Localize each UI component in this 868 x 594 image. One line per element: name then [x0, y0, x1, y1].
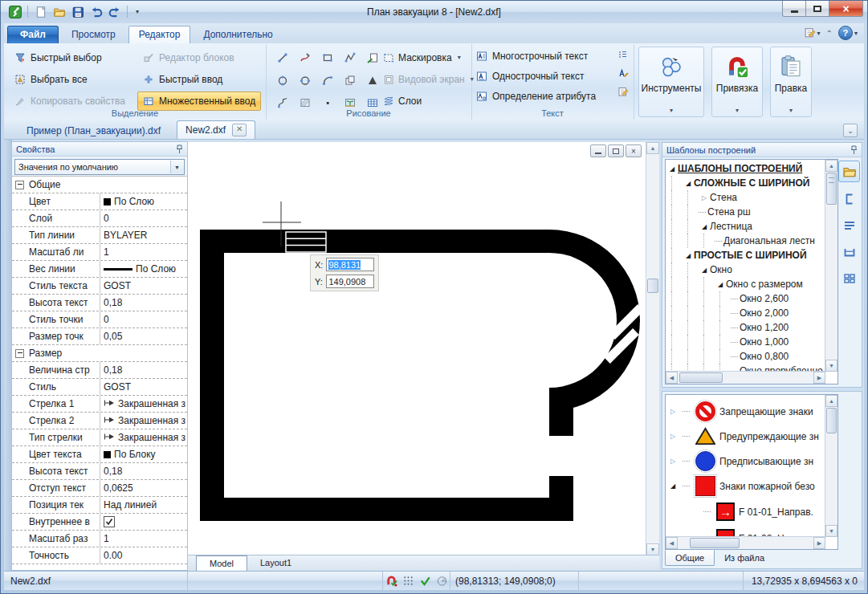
- mdi-restore-button[interactable]: [608, 144, 624, 157]
- ribbon-button-Быстрый выбор[interactable]: Быстрый выбор: [9, 48, 131, 67]
- tree-item-ШАБЛОНЫ ПОСТРОЕНИЙ[interactable]: ◢ШАБЛОНЫ ПОСТРОЕНИЙ: [666, 161, 825, 176]
- document-tab-New2.dxf[interactable]: New2.dxf✕: [177, 120, 255, 139]
- save-button[interactable]: [69, 3, 86, 20]
- tree-item-Стена[interactable]: ▷Стена: [666, 190, 825, 205]
- expander-expanded-icon[interactable]: ◢: [683, 180, 694, 187]
- property-value[interactable]: 1: [100, 531, 187, 547]
- expander-expanded-icon[interactable]: ◢: [715, 281, 726, 288]
- pin-icon[interactable]: [850, 145, 858, 155]
- property-group-Общие[interactable]: Общие: [12, 177, 187, 193]
- side-tool-open-folder[interactable]: [838, 161, 860, 182]
- tool-text-numbering[interactable]: [617, 49, 629, 60]
- scroll-up-icon[interactable]: ▲: [825, 395, 837, 407]
- checkbox-checked-icon[interactable]: [104, 516, 115, 527]
- side-tool-strip-box[interactable]: [839, 242, 859, 262]
- scroll-down-icon[interactable]: ▼: [646, 543, 659, 555]
- expander-expanded-icon[interactable]: ◢: [670, 482, 679, 490]
- tree-item-Окно 1,200[interactable]: Окно 1,200: [666, 320, 825, 335]
- tool-solid-fill[interactable]: [361, 69, 383, 91]
- property-value[interactable]: GOST: [100, 379, 187, 395]
- drawing-canvas[interactable]: × X: 98,8131 Y: 149,0908 ▲ ▼ ModelLayout…: [188, 142, 659, 571]
- collapse-icon[interactable]: [15, 181, 24, 189]
- tool-circle[interactable]: [271, 69, 293, 91]
- templates-horizontal-scrollbar[interactable]: ◀ ▶: [666, 371, 825, 384]
- style-button[interactable]: ▾: [804, 26, 821, 40]
- tree-item-Стена рш[interactable]: Стена рш: [666, 205, 825, 219]
- ribbon-button-Быстрый ввод[interactable]: Быстрый ввод: [137, 70, 261, 89]
- property-value[interactable]: GOST: [100, 278, 187, 294]
- templates-vertical-scrollbar[interactable]: ▲ ▼: [825, 160, 837, 372]
- sign-item-Предписывающие зн[interactable]: ▷Предписывающие зн: [666, 449, 825, 474]
- property-value[interactable]: 1: [100, 244, 187, 260]
- sign-item-Запрещающие знаки[interactable]: ▷Запрещающие знаки: [666, 399, 825, 424]
- sign-item-F 01-02_Н[interactable]: →F 01-02_Н: [666, 525, 825, 536]
- scroll-up-icon[interactable]: ▲: [825, 160, 837, 172]
- ribbon-button-Видовой экран[interactable]: Видовой экран▾: [383, 68, 474, 90]
- tree-item-Окно 1,000[interactable]: Окно 1,000: [666, 335, 825, 349]
- mdi-close-button[interactable]: ×: [626, 144, 642, 157]
- property-value[interactable]: 0.00: [100, 547, 187, 563]
- close-icon[interactable]: ✕: [232, 124, 247, 136]
- property-value[interactable]: 0,05: [100, 328, 187, 344]
- tool-insert-block[interactable]: [361, 47, 383, 68]
- tool-copy-object[interactable]: [339, 69, 361, 91]
- minimize-button[interactable]: [782, 1, 806, 17]
- property-value[interactable]: Закрашенная з: [100, 396, 187, 412]
- property-value[interactable]: По Слою: [100, 193, 187, 210]
- property-value[interactable]: 0,18: [100, 463, 187, 479]
- property-value[interactable]: [100, 514, 187, 530]
- tree-item-СЛОЖНЫЕ С ШИРИНОЙ[interactable]: ◢СЛОЖНЫЕ С ШИРИНОЙ: [666, 176, 825, 190]
- scrollbar-thumb[interactable]: [647, 279, 658, 293]
- property-value[interactable]: 0: [100, 311, 187, 328]
- tool-sketch[interactable]: [294, 47, 316, 68]
- sign-item-Знаки пожарной безо[interactable]: ◢Знаки пожарной безо: [666, 474, 825, 498]
- tree-item-Окно с размером[interactable]: ◢Окно с размером: [666, 277, 825, 291]
- scrollbar-thumb[interactable]: [826, 408, 837, 433]
- tree-item-Окно 2,600[interactable]: Окно 2,600: [666, 291, 825, 306]
- document-tab-Пример (План_эвакуации).dxf[interactable]: Пример (План_эвакуации).dxf: [15, 123, 172, 139]
- tab-Просмотр[interactable]: Просмотр: [61, 26, 126, 43]
- expander-collapsed-icon[interactable]: ▷: [670, 433, 679, 440]
- status-polar-angle[interactable]: [436, 575, 448, 587]
- ribbon-button-Редактор блоков[interactable]: Редактор блоков: [137, 48, 261, 67]
- expander-collapsed-icon[interactable]: ▷: [699, 194, 710, 201]
- close-button[interactable]: ×: [829, 1, 863, 17]
- collapse-icon[interactable]: [15, 349, 24, 358]
- signs-tab-Общие[interactable]: Общие: [665, 550, 715, 566]
- properties-preset-select[interactable]: Значения по умолчанию ▼: [14, 159, 185, 175]
- tree-item-Окно прорубленно[interactable]: Окно прорубленно: [666, 364, 825, 371]
- canvas-vertical-scrollbar[interactable]: ▲ ▼: [646, 142, 659, 555]
- expander-expanded-icon[interactable]: ◢: [666, 165, 678, 173]
- document-bar-chevron-icon[interactable]: ⌄: [843, 124, 858, 137]
- status-grid-dots[interactable]: [402, 575, 414, 587]
- ribbon-button-Маскировка[interactable]: Маскировка▾: [383, 47, 474, 68]
- ribbon-button-Определение атрибута[interactable]: Определение атрибута: [476, 87, 596, 104]
- status-snap-magnet-check[interactable]: [385, 575, 397, 587]
- tab-Редактор[interactable]: Редактор: [128, 26, 191, 43]
- ribbon-button-Многострочный текст[interactable]: Многострочный текст: [476, 47, 596, 64]
- maximize-button[interactable]: [805, 1, 829, 17]
- property-value[interactable]: По Блоку: [100, 446, 187, 462]
- tree-item-Лестница[interactable]: ◢Лестница: [666, 219, 825, 234]
- scrollbar-thumb[interactable]: [826, 173, 837, 205]
- expander-collapsed-icon[interactable]: ▷: [670, 458, 679, 465]
- ribbon-button-Инструменты[interactable]: Инструменты▾: [638, 47, 704, 117]
- scroll-right-icon[interactable]: ▶: [813, 372, 825, 384]
- tree-item-Окно 0,800[interactable]: Окно 0,800: [666, 349, 825, 364]
- ribbon-button-Однострочный текст[interactable]: Однострочный текст: [476, 67, 596, 84]
- side-tool-strip-rows[interactable]: [839, 215, 859, 235]
- side-tool-strip-grid[interactable]: [839, 268, 859, 288]
- expander-collapsed-icon[interactable]: ▷: [670, 408, 679, 415]
- tool-arc[interactable]: [316, 69, 338, 91]
- sign-item-Предупреждающие зн[interactable]: ▷Предупреждающие зн: [666, 424, 825, 449]
- property-value[interactable]: 0,18: [100, 295, 187, 311]
- tab-Дополнительно[interactable]: Дополнительно: [193, 26, 283, 43]
- expander-expanded-icon[interactable]: ◢: [683, 252, 694, 259]
- scrollbar-thumb[interactable]: [690, 538, 740, 548]
- tab-Файл[interactable]: Файл: [7, 26, 59, 43]
- property-value[interactable]: 0,0625: [100, 480, 187, 496]
- signs-tab-Из файла[interactable]: Из файла: [715, 550, 774, 566]
- expander-expanded-icon[interactable]: ◢: [699, 223, 710, 230]
- qat-dropdown-button[interactable]: ▾: [132, 3, 143, 20]
- app-logo[interactable]: [6, 3, 23, 20]
